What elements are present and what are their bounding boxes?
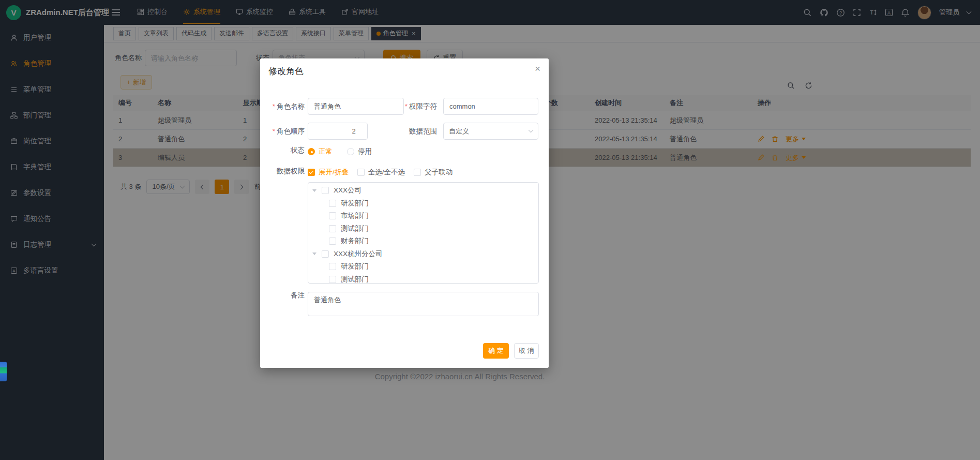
tree-node-branch[interactable]: XXX杭州分公司 bbox=[308, 248, 538, 261]
checkbox-select-all[interactable]: 全选/全不选 bbox=[357, 168, 405, 177]
checkbox-label: 父子联动 bbox=[425, 168, 453, 177]
checkbox-icon bbox=[357, 169, 365, 176]
radio-label: 正常 bbox=[319, 147, 333, 156]
perm-char-field[interactable] bbox=[443, 98, 538, 115]
close-icon[interactable]: × bbox=[535, 64, 540, 73]
label-text: 备注 bbox=[291, 291, 305, 299]
checkbox-icon[interactable] bbox=[322, 250, 329, 258]
required-asterisk: * bbox=[405, 102, 408, 110]
radio-normal[interactable]: 正常 bbox=[308, 147, 333, 156]
required-asterisk: * bbox=[273, 102, 275, 110]
tree-node-label: 研发部门 bbox=[341, 199, 369, 208]
checkbox-label: 展开/折叠 bbox=[319, 168, 349, 177]
checkbox-icon[interactable] bbox=[329, 276, 336, 283]
tree-node-label: 市场部门 bbox=[341, 211, 369, 220]
cancel-button[interactable]: 取 消 bbox=[514, 343, 539, 359]
role-order-label: *角色顺序 bbox=[260, 123, 305, 140]
edit-role-dialog: 修改角色 × *角色名称 *权限字符 *角色顺序 数据范围 自定义 状态 bbox=[260, 58, 549, 368]
checkbox-icon[interactable] bbox=[329, 212, 336, 219]
checkbox-checked-icon bbox=[308, 169, 315, 176]
checkbox-icon[interactable] bbox=[329, 200, 336, 207]
checkbox-icon[interactable] bbox=[329, 263, 336, 270]
label-text: 权限字符 bbox=[409, 102, 437, 110]
status-label: 状态 bbox=[260, 145, 305, 156]
data-perm-label: 数据权限 bbox=[260, 166, 305, 176]
app-root: V ZRAdmin.NET后台管理 控制台 系统管理 系统监控 系统工具 bbox=[0, 0, 980, 460]
radio-label: 停用 bbox=[358, 147, 372, 156]
chevron-down-icon bbox=[529, 128, 534, 133]
label-text: 角色名称 bbox=[277, 102, 305, 110]
label-text: 数据权限 bbox=[277, 167, 305, 175]
data-scope-select[interactable]: 自定义 bbox=[443, 123, 538, 140]
dialog-title: 修改角色 bbox=[268, 65, 304, 77]
perm-char-label: *权限字符 bbox=[389, 98, 437, 115]
checkbox-parent-child[interactable]: 父子联动 bbox=[414, 168, 453, 177]
label-text: 状态 bbox=[291, 146, 305, 154]
checkbox-icon[interactable] bbox=[329, 238, 336, 245]
tree-node-label: 财务部门 bbox=[341, 236, 369, 246]
tree-node-dept[interactable]: 市场部门 bbox=[308, 210, 538, 222]
tree-node-label: XXX公司 bbox=[334, 186, 361, 195]
role-order-stepper bbox=[308, 123, 368, 140]
status-radio-group: 正常 停用 bbox=[308, 147, 372, 156]
tree-node-label: XXX杭州分公司 bbox=[334, 249, 383, 259]
tree-node-dept[interactable]: 财务部门 bbox=[308, 235, 538, 248]
label-text: 数据范围 bbox=[409, 127, 437, 135]
data-perm-options: 展开/折叠 全选/全不选 父子联动 bbox=[308, 168, 453, 177]
radio-disabled[interactable]: 停用 bbox=[347, 147, 372, 156]
role-name-label: *角色名称 bbox=[260, 98, 305, 115]
remark-textarea[interactable]: 普通角色 bbox=[308, 292, 539, 316]
caret-down-icon[interactable] bbox=[312, 189, 316, 192]
checkbox-expand-collapse[interactable]: 展开/折叠 bbox=[308, 168, 349, 177]
data-scope-label: 数据范围 bbox=[389, 123, 437, 140]
label-text: 角色顺序 bbox=[277, 127, 305, 135]
tree-node-dept[interactable]: 测试部门 bbox=[308, 273, 538, 284]
remark-label: 备注 bbox=[260, 290, 305, 301]
tree-node-label: 测试部门 bbox=[341, 224, 369, 233]
tree-node-label: 测试部门 bbox=[341, 275, 369, 284]
required-asterisk: * bbox=[273, 127, 275, 135]
corner-widget-icon[interactable] bbox=[0, 362, 7, 381]
radio-checked-icon bbox=[308, 148, 315, 155]
tree-node-dept[interactable]: 研发部门 bbox=[308, 197, 538, 210]
role-order-field[interactable] bbox=[308, 123, 368, 139]
checkbox-icon bbox=[414, 169, 421, 176]
permission-tree: XXX公司 研发部门 市场部门 测试部门 财务部门 XXX杭州分公司 bbox=[308, 182, 539, 284]
radio-icon bbox=[347, 148, 354, 155]
data-scope-value: 自定义 bbox=[449, 127, 529, 136]
checkbox-label: 全选/全不选 bbox=[368, 168, 405, 177]
confirm-button[interactable]: 确 定 bbox=[483, 343, 509, 359]
tree-node-dept[interactable]: 测试部门 bbox=[308, 222, 538, 235]
checkbox-icon[interactable] bbox=[329, 225, 336, 232]
tree-node-company[interactable]: XXX公司 bbox=[308, 184, 538, 197]
tree-node-label: 研发部门 bbox=[341, 262, 369, 271]
caret-down-icon[interactable] bbox=[312, 253, 316, 255]
tree-node-dept[interactable]: 研发部门 bbox=[308, 260, 538, 273]
checkbox-icon[interactable] bbox=[322, 187, 329, 194]
